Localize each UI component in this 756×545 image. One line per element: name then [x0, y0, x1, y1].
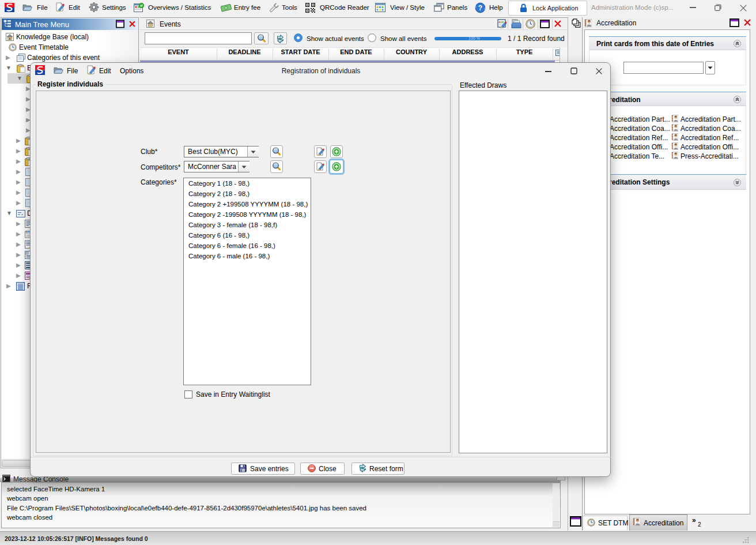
svg-text:?: ?	[478, 4, 482, 12]
